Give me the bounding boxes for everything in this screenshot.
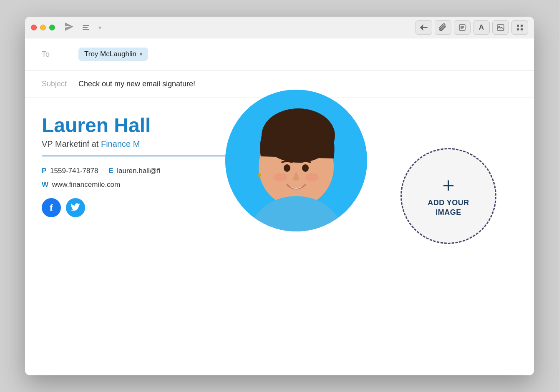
web-label: W [42, 181, 48, 188]
attachment-button[interactable] [435, 20, 451, 35]
svg-rect-7 [521, 25, 523, 27]
svg-rect-9 [521, 28, 523, 30]
email-window: ▾ [25, 17, 534, 375]
website-value: www.financemile.com [52, 181, 120, 188]
close-button[interactable] [31, 25, 37, 30]
compose-area: To Troy McLaughlin ▾ Subject Check out m… [25, 38, 534, 375]
to-label: To [42, 50, 71, 59]
phone-label: P [42, 167, 46, 175]
svg-rect-8 [517, 28, 519, 30]
edit-button[interactable] [454, 20, 471, 35]
svg-point-16 [302, 164, 309, 172]
maximize-button[interactable] [49, 25, 55, 30]
titlebar-center: ▾ [63, 21, 101, 34]
profile-image [225, 90, 367, 231]
add-image-placeholder[interactable]: + ADD YOUR IMAGE [400, 148, 496, 244]
recipient-chip[interactable]: Troy McLaughlin ▾ [78, 48, 148, 61]
svg-point-15 [284, 164, 290, 172]
signature-block: Lauren Hall VP Marketinf at Finance M P … [42, 115, 517, 217]
font-icon: A [479, 23, 484, 32]
email-value: lauren.hall@fi [117, 167, 160, 175]
svg-point-19 [258, 173, 261, 177]
back-button[interactable] [415, 20, 432, 35]
svg-rect-6 [517, 25, 519, 27]
font-button[interactable]: A [473, 20, 490, 35]
title-prefix: VP Marketinf at [42, 139, 101, 148]
send-icon[interactable] [63, 21, 75, 34]
titlebar: ▾ [25, 17, 534, 38]
recipient-name: Troy McLaughlin [84, 50, 136, 58]
add-image-text: ADD YOUR IMAGE [428, 198, 469, 218]
image-button[interactable] [492, 20, 509, 35]
twitter-button[interactable] [66, 198, 85, 217]
email-body: Lauren Hall VP Marketinf at Finance M P … [25, 98, 534, 340]
dropdown-chevron-icon: ▾ [98, 24, 101, 31]
email-label: E [108, 167, 113, 175]
facebook-button[interactable]: f [42, 198, 61, 217]
minimize-button[interactable] [40, 25, 46, 30]
twitter-icon [71, 203, 80, 213]
svg-point-18 [305, 173, 319, 181]
add-image-plus-icon: + [442, 175, 454, 196]
company-name: Finance M [101, 139, 140, 148]
list-icon[interactable] [83, 25, 89, 30]
grid-button[interactable] [511, 20, 528, 35]
subject-text[interactable]: Check out my new email signature! [78, 80, 195, 88]
to-field: To Troy McLaughlin ▾ [25, 38, 534, 70]
subject-label: Subject [42, 80, 71, 88]
toolbar-buttons: A [415, 20, 528, 35]
traffic-lights [31, 25, 55, 30]
svg-point-17 [274, 173, 287, 181]
chevron-down-icon: ▾ [140, 51, 142, 57]
facebook-icon: f [50, 202, 53, 213]
phone-value: 1559-741-7878 [50, 167, 98, 175]
